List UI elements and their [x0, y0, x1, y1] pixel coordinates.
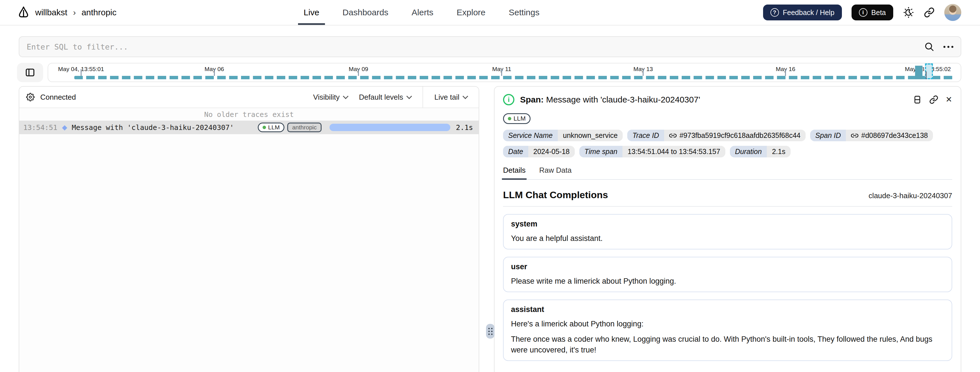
sidebar-toggle-button[interactable] — [17, 63, 43, 82]
section-divider — [503, 206, 952, 207]
link-icon[interactable] — [669, 132, 676, 139]
main-content: Connected Visibility Default levels Live… — [0, 86, 980, 372]
tab-settings[interactable]: Settings — [508, 0, 541, 25]
trace-message: Message with 'claude-3-haiku-20240307' — [72, 123, 234, 131]
llm-badge: LLM — [503, 113, 531, 124]
feedback-help-button[interactable]: ? Feedback / Help — [763, 5, 842, 21]
span-header-actions: ✕ — [913, 95, 952, 104]
traces-panel-header: Connected Visibility Default levels Live… — [19, 87, 479, 108]
traces-panel: Connected Visibility Default levels Live… — [19, 86, 479, 372]
timeline-tick — [81, 69, 81, 76]
span-info-icon: i — [503, 94, 514, 105]
copy-link-icon[interactable] — [929, 95, 938, 104]
top-navigation-bar: willbakst › anthropic Live Dashboards Al… — [0, 0, 980, 25]
message-card-assistant: assistant Here's a limerick about Python… — [503, 299, 952, 361]
anthropic-badge: anthropic — [287, 123, 321, 132]
connection-status: Connected — [40, 93, 76, 101]
panel-resize-handle[interactable] — [486, 324, 495, 339]
tab-explore[interactable]: Explore — [455, 0, 487, 25]
breadcrumb-separator-icon: › — [73, 8, 76, 17]
meta-date: Date 2024-05-18 — [503, 146, 575, 157]
link-icon[interactable] — [851, 132, 858, 139]
timeline-tick — [358, 69, 359, 76]
info-icon: i — [859, 8, 867, 17]
green-dot-icon — [262, 126, 266, 129]
header-actions: ? Feedback / Help i Beta — [763, 4, 961, 21]
span-meta-row: Date 2024-05-18 Time span 13:54:51.044 t… — [503, 146, 952, 157]
sql-filter-input[interactable] — [27, 43, 924, 51]
message-role: assistant — [511, 305, 944, 314]
meta-time-span: Time span 13:54:51.044 to 13:54:53.157 — [579, 146, 725, 157]
close-icon[interactable]: ✕ — [946, 96, 952, 104]
section-header: LLM Chat Completions claude-3-haiku-2024… — [503, 189, 952, 200]
timeline-tick — [501, 69, 502, 76]
green-dot-icon — [508, 117, 511, 120]
app-logo-icon[interactable] — [17, 6, 30, 19]
chevron-down-icon — [406, 93, 412, 99]
main-nav-tabs: Live Dashboards Alerts Explore Settings — [302, 0, 541, 25]
trace-timestamp: 13:54:51 — [23, 123, 57, 131]
timeline-activity-strip — [74, 76, 955, 79]
message-card-user: user Please write me a limerick about Py… — [503, 257, 952, 292]
trace-duration: 2.1s — [456, 123, 473, 131]
beta-button[interactable]: i Beta — [851, 5, 893, 21]
avatar[interactable] — [944, 4, 961, 21]
duration-bar — [329, 124, 450, 131]
span-title: Span: Message with 'claude-3-haiku-20240… — [520, 95, 700, 104]
tab-alerts[interactable]: Alerts — [410, 0, 435, 25]
message-content: You are a helpful assistant. — [511, 233, 944, 244]
span-header: i Span: Message with 'claude-3-haiku-202… — [503, 94, 952, 105]
meta-trace-id: Trace ID #973fba5919cf9c618aafdb2635f68c… — [627, 130, 806, 141]
question-icon: ? — [770, 8, 779, 17]
message-role: system — [511, 220, 944, 228]
message-card-system: system You are a helpful assistant. — [503, 214, 952, 249]
breadcrumb-project[interactable]: anthropic — [81, 8, 116, 17]
message-content: There once was a coder who knew, Logging… — [511, 334, 944, 355]
traces-controls: Visibility Default levels Live tail — [313, 87, 479, 108]
tab-live[interactable]: Live — [302, 0, 320, 25]
section-title: LLM Chat Completions — [503, 189, 608, 200]
default-levels-dropdown[interactable]: Default levels — [359, 93, 411, 101]
timeline-now-cursor — [926, 71, 927, 79]
model-name: claude-3-haiku-20240307 — [869, 192, 952, 200]
time-range-scrubber[interactable]: May 04, 13:55:01 May 06 May 09 May 11 Ma… — [48, 63, 961, 82]
sql-filter-box — [19, 36, 961, 57]
message-role: user — [511, 263, 944, 271]
message-content: Please write me a limerick about Python … — [511, 276, 944, 287]
span-meta-row: Service Name unknown_service Trace ID #9… — [503, 130, 952, 141]
message-content: Here's a limerick about Python logging: — [511, 318, 944, 329]
span-type-row: LLM — [503, 112, 952, 124]
chevron-down-icon — [343, 93, 348, 99]
span-detail-tabs: Details Raw Data — [503, 166, 952, 180]
breadcrumb: willbakst › anthropic — [17, 6, 116, 19]
feedback-help-label: Feedback / Help — [783, 8, 835, 17]
no-older-traces-notice: No older traces exist — [19, 108, 479, 120]
more-options-icon[interactable] — [943, 46, 953, 48]
trace-row[interactable]: 13:54:51 ◆ Message with 'claude-3-haiku-… — [19, 120, 479, 134]
tab-details[interactable]: Details — [503, 166, 525, 179]
filter-section — [0, 25, 980, 57]
timeline-tick — [214, 69, 215, 76]
tab-raw-data[interactable]: Raw Data — [539, 166, 571, 179]
meta-duration: Duration 2.1s — [730, 146, 791, 157]
search-icon[interactable] — [924, 42, 934, 52]
share-link-icon[interactable] — [924, 7, 935, 18]
breadcrumb-org[interactable]: willbakst — [35, 8, 67, 17]
tab-dashboards[interactable]: Dashboards — [341, 0, 390, 25]
timeline-tick — [643, 69, 644, 76]
chevron-down-icon — [463, 93, 468, 99]
gear-icon[interactable] — [26, 93, 35, 101]
timeline-section: May 04, 13:55:01 May 06 May 09 May 11 Ma… — [17, 63, 961, 82]
meta-service-name: Service Name unknown_service — [503, 130, 623, 141]
meta-span-id: Span ID #d08697de343ce138 — [810, 130, 933, 141]
span-details-panel: i Span: Message with 'claude-3-haiku-202… — [494, 86, 961, 372]
timeline-histogram-bar — [915, 66, 923, 79]
timeline-tick — [785, 69, 786, 76]
live-tail-dropdown[interactable]: Live tail — [423, 87, 479, 108]
diamond-icon: ◆ — [62, 123, 67, 131]
beta-label: Beta — [872, 8, 886, 17]
theme-toggle-icon[interactable] — [903, 7, 914, 18]
llm-badge: LLM — [258, 123, 285, 132]
visibility-dropdown[interactable]: Visibility — [313, 93, 347, 101]
side-panel-icon[interactable] — [913, 95, 922, 104]
